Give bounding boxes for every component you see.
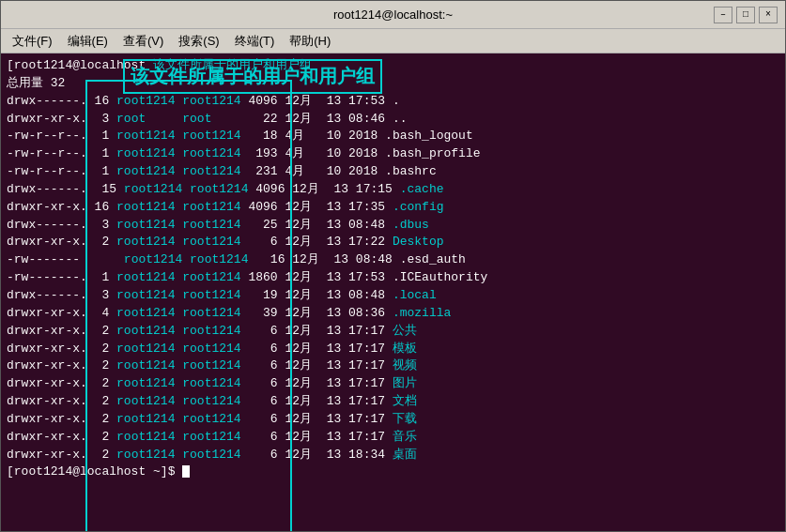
- menu-help[interactable]: 帮助(H): [282, 31, 338, 52]
- menu-view[interactable]: 查看(V): [116, 31, 171, 52]
- terminal-area[interactable]: 该文件所属于的用户和用户组 [root1214@localhost 该文件所属于…: [1, 53, 785, 531]
- window-title: root1214@localhost:~: [333, 8, 453, 22]
- menu-file[interactable]: 文件(F): [5, 31, 60, 52]
- menubar: 文件(F) 编辑(E) 查看(V) 搜索(S) 终端(T) 帮助(H): [1, 29, 785, 53]
- maximize-button[interactable]: □: [736, 7, 755, 23]
- menu-edit[interactable]: 编辑(E): [60, 31, 116, 52]
- window-controls: – □ ×: [714, 7, 778, 23]
- terminal-output: [root1214@localhost 该文件所属于的用户和用户组 总用量 32…: [7, 57, 779, 481]
- close-button[interactable]: ×: [759, 7, 778, 23]
- titlebar: root1214@localhost:~ – □ ×: [1, 1, 785, 29]
- terminal-window: root1214@localhost:~ – □ × 文件(F) 编辑(E) 查…: [0, 0, 786, 532]
- menu-search[interactable]: 搜索(S): [171, 31, 226, 52]
- minimize-button[interactable]: –: [714, 7, 732, 23]
- menu-terminal[interactable]: 终端(T): [227, 31, 283, 52]
